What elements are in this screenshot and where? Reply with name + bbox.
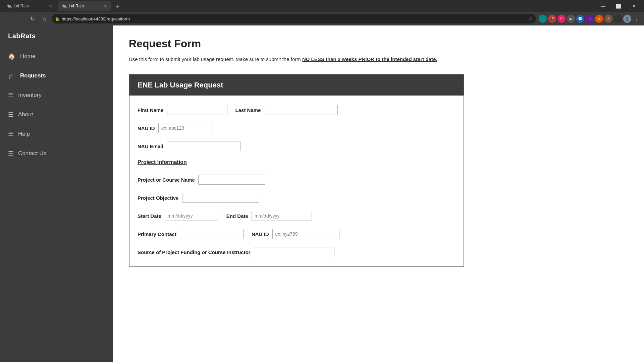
forward-button[interactable]: → <box>15 14 25 23</box>
new-tab-button[interactable]: ＋ <box>113 2 123 10</box>
page-title: Request Form <box>129 38 628 50</box>
form-header: ENE Lab Usage Request <box>129 75 464 96</box>
nau-id-label: NAU ID <box>138 125 155 131</box>
extension-8[interactable]: 8 <box>604 15 612 23</box>
start-date-label: Start Date <box>138 213 161 219</box>
nau-email-input[interactable] <box>167 141 240 151</box>
extension-5[interactable]: 💬 <box>576 15 584 23</box>
sidebar-item-home-label: Home <box>20 53 35 60</box>
form-body: First Name Last Name NAU ID <box>129 96 464 266</box>
address-bar-row: ← → ↻ ⌂ 🔒 https://localhost:44339/reques… <box>0 12 644 25</box>
extension-4[interactable]: ▶ <box>567 15 575 23</box>
sidebar-item-help-label: Help <box>18 131 30 137</box>
tab1-icon: 🐀 <box>7 4 12 8</box>
tab2-close[interactable]: ✕ <box>104 4 107 9</box>
help-icon: ☰ <box>8 130 13 138</box>
address-box[interactable]: 🔒 https://localhost:44339/requestform ☆ <box>52 14 536 23</box>
tab1-close[interactable]: ✕ <box>49 4 52 9</box>
sidebar-item-help[interactable]: ☰ Help <box>0 124 113 144</box>
sidebar-item-requests-label: Requests <box>20 72 46 79</box>
name-row: First Name Last Name <box>138 105 455 115</box>
browser-chrome: 🐀 LabRats ✕ 🐀 LabRats ✕ ＋ — ⬜ ✕ ← → ↻ ⌂ … <box>0 0 644 25</box>
browser-tab-2[interactable]: 🐀 LabRats ✕ <box>58 1 111 11</box>
user-avatar[interactable]: 👤 <box>623 15 631 23</box>
maximize-button[interactable]: ⬜ <box>611 1 626 11</box>
close-window-button[interactable]: ✕ <box>627 1 641 11</box>
sidebar-item-contact-label: Contact Us <box>18 150 46 157</box>
nau-email-row: NAU Email <box>138 141 455 151</box>
sidebar-item-about-label: About <box>18 111 33 118</box>
funding-row: Source of Project Funding or Course Inst… <box>138 247 455 257</box>
project-obj-label: Project Objective <box>138 195 179 201</box>
date-row: Start Date End Date <box>138 211 455 221</box>
sidebar-item-home[interactable]: 🏠 Home <box>0 47 113 66</box>
extension-7[interactable]: A <box>595 15 603 23</box>
address-text: https://localhost:44339/requestform <box>62 16 526 21</box>
extension-6[interactable]: u <box>586 15 594 23</box>
tab2-icon: 🐀 <box>62 4 67 8</box>
primary-contact-input[interactable] <box>180 229 244 239</box>
project-name-input[interactable] <box>198 175 265 185</box>
end-date-field: End Date <box>226 211 312 221</box>
extension-9[interactable] <box>614 15 622 23</box>
project-name-row: Project or Course Name <box>138 175 455 185</box>
extension-2[interactable]: 🎤 <box>548 15 556 23</box>
last-name-field: Last Name <box>235 105 338 115</box>
project-name-field: Project or Course Name <box>138 175 265 185</box>
sidebar-item-inventory[interactable]: ☰ Inventory <box>0 85 113 105</box>
extension-1[interactable] <box>539 15 547 23</box>
sidebar-item-contact[interactable]: ☰ Contact Us <box>0 144 113 163</box>
nau-id-input[interactable] <box>158 123 212 133</box>
funding-label: Source of Project Funding or Course Inst… <box>138 249 251 255</box>
description-plain: Use this form to submit your lab usage r… <box>129 56 302 62</box>
description-emphasis: NO LESS than 2 weeks PRIOR to the intend… <box>302 56 437 62</box>
extension-3[interactable]: P <box>557 15 566 23</box>
last-name-input[interactable] <box>264 105 338 115</box>
sidebar-item-about[interactable]: ☰ About <box>0 105 113 124</box>
start-date-input[interactable] <box>165 211 218 221</box>
browser-menu-button[interactable]: ⋮ <box>633 16 641 22</box>
primary-contact-label: Primary Contact <box>138 231 176 237</box>
end-date-label: End Date <box>226 213 248 219</box>
project-info-section: Project Information <box>138 159 455 167</box>
window-controls: — ⬜ ✕ <box>596 1 641 11</box>
sidebar: LabRats 🏠 Home 🎓 Requests ☰ Inventory ☰ … <box>0 25 113 362</box>
app-container: LabRats 🏠 Home 🎓 Requests ☰ Inventory ☰ … <box>0 25 644 362</box>
sidebar-nav: 🏠 Home 🎓 Requests ☰ Inventory ☰ About ☰ … <box>0 47 113 163</box>
tab1-label: LabRats <box>14 4 47 8</box>
project-obj-field: Project Objective <box>138 193 259 203</box>
funding-field: Source of Project Funding or Course Inst… <box>138 247 334 257</box>
sidebar-item-inventory-label: Inventory <box>18 92 42 99</box>
funding-input[interactable] <box>254 247 334 257</box>
end-date-input[interactable] <box>252 211 312 221</box>
nau-id2-label: NAU ID <box>252 231 269 237</box>
main-content: Request Form Use this form to submit you… <box>113 25 644 362</box>
first-name-field: First Name <box>138 105 227 115</box>
nau-id2-input[interactable] <box>272 229 339 239</box>
minimize-button[interactable]: — <box>596 1 610 11</box>
nau-id2-field: NAU ID <box>252 229 339 239</box>
nau-email-label: NAU Email <box>138 143 163 149</box>
project-obj-input[interactable] <box>182 193 259 203</box>
contact-icon: ☰ <box>8 150 13 157</box>
first-name-input[interactable] <box>167 105 227 115</box>
browser-tab-1[interactable]: 🐀 LabRats ✕ <box>3 1 56 11</box>
sidebar-item-requests[interactable]: 🎓 Requests <box>0 66 113 85</box>
primary-contact-field: Primary Contact <box>138 229 244 239</box>
project-obj-row: Project Objective <box>138 193 455 203</box>
lock-icon: 🔒 <box>55 17 60 21</box>
ene-form-container: ENE Lab Usage Request First Name Last Na… <box>129 74 464 267</box>
browser-extensions: 🎤 P ▶ 💬 u A 8 👤 ⋮ <box>539 15 641 23</box>
requests-icon: 🎓 <box>8 72 15 79</box>
page-description: Use this form to submit your lab usage r… <box>129 55 628 63</box>
project-info-heading: Project Information <box>138 159 455 165</box>
last-name-label: Last Name <box>235 107 261 113</box>
bookmark-icon[interactable]: ☆ <box>528 16 533 21</box>
tab2-label: LabRats <box>69 4 102 8</box>
reload-button[interactable]: ↻ <box>28 14 37 23</box>
project-name-label: Project or Course Name <box>138 177 195 183</box>
back-button[interactable]: ← <box>3 14 13 23</box>
start-date-field: Start Date <box>138 211 218 221</box>
home-button[interactable]: ⌂ <box>40 14 49 23</box>
sidebar-logo: LabRats <box>0 25 113 47</box>
